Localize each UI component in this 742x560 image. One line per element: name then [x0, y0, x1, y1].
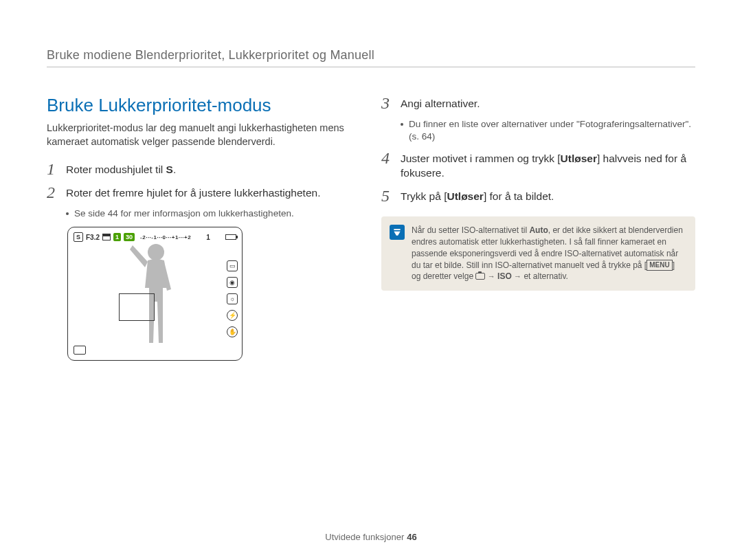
page-number: 46: [407, 532, 416, 542]
running-head: Bruke modiene Blenderprioritet, Lukkerpr…: [47, 48, 695, 63]
histogram-icon: [102, 234, 111, 240]
shutter-button-label: Utløser: [447, 190, 483, 202]
header-rule: [47, 67, 695, 67]
step-number: 2: [47, 184, 59, 201]
step-5: 5 Trykk på [Utløser] for å ta bildet.: [381, 188, 695, 204]
right-column: 3 Angi alternativer. Du finner en liste …: [381, 95, 695, 361]
af-area-icon: [74, 346, 86, 355]
shutter-badge: 1: [113, 233, 121, 241]
left-column: Bruke Lukkerprioritet-modus Lukkerpriori…: [47, 95, 361, 361]
section-intro: Lukkerprioritet-modus lar deg manuelt an…: [47, 122, 361, 148]
note-text: Når du setter ISO-alternativet til Auto,…: [412, 225, 686, 282]
metering-icon: ◉: [227, 277, 238, 288]
shots-remaining: 1: [206, 234, 210, 241]
flash-icon: ⚡: [227, 310, 238, 321]
svg-point-0: [148, 244, 164, 260]
step-number: 1: [47, 161, 59, 177]
step-3-note: Du finner en liste over alternativer und…: [401, 118, 695, 143]
step-text: Angi alternativer.: [401, 95, 480, 111]
page-footer: Utvidede funksjoner46: [0, 532, 742, 542]
step-text: Juster motivet i rammen og trykk [Utløse…: [401, 150, 695, 181]
aperture-value: F3.2: [86, 234, 100, 241]
mode-indicator-icon: S: [74, 232, 83, 242]
footer-section: Utvidede funksjoner: [325, 532, 404, 542]
menu-button-label: MENU: [647, 260, 672, 271]
step-number: 3: [381, 95, 394, 111]
mode-dial-s: S: [166, 164, 173, 175]
arrow-icon: →: [488, 272, 495, 280]
step-2-note: Se side 44 for mer informasjon om lukker…: [66, 208, 361, 220]
step-number: 5: [381, 188, 394, 204]
step-2: 2 Roter det fremre hjulet for å justere …: [47, 184, 361, 201]
bullet-dot: [66, 212, 69, 215]
arrow-icon: →: [514, 272, 521, 280]
lcd-side-icons: ▭ ◉ ☼ ⚡ ✋: [227, 260, 238, 337]
step-number: 4: [381, 150, 394, 181]
focus-frame: [119, 293, 155, 321]
two-column-layout: Bruke Lukkerprioritet-modus Lukkerpriori…: [47, 95, 695, 361]
step-text: Roter modushjulet til S.: [66, 161, 176, 177]
stabilizer-icon: ✋: [227, 326, 238, 337]
manual-page: Bruke modiene Blenderprioritet, Lukkerpr…: [0, 0, 742, 560]
step-3: 3 Angi alternativer.: [381, 95, 695, 111]
drive-mode-icon: ▭: [227, 260, 238, 271]
step-text: Roter det fremre hjulet for å justere lu…: [66, 184, 320, 201]
note-icon: [390, 225, 405, 240]
camera-lcd-preview: S F3.2 1 30 -2···-1···0···+1···+2 1: [67, 227, 243, 361]
step-text: Trykk på [Utløser] for å ta bildet.: [401, 188, 554, 204]
battery-icon: [225, 234, 236, 240]
section-title: Bruke Lukkerprioritet-modus: [47, 95, 361, 116]
camera-icon: [475, 273, 485, 280]
bullet-dot: [401, 123, 403, 126]
step-1: 1 Roter modushjulet til S.: [47, 161, 361, 177]
shutter-button-label: Utløser: [561, 153, 597, 164]
info-note: Når du setter ISO-alternativet til Auto,…: [381, 216, 695, 291]
step-4: 4 Juster motivet i rammen og trykk [Utlø…: [381, 150, 695, 181]
wb-icon: ☼: [227, 293, 238, 304]
